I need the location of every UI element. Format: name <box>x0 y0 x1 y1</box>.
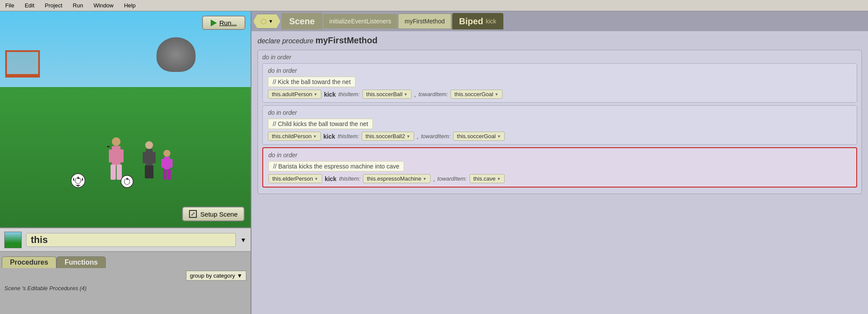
svg-rect-12 <box>152 152 156 163</box>
scene-view: Run... Setup Scene <box>0 11 251 227</box>
this-selector: this ▼ <box>0 228 251 252</box>
block-2-code-line: this.elderPerson ▼ kick thisItem: this.e… <box>268 174 851 183</box>
tab-my-first-method[interactable]: myFirstMethod <box>398 13 451 29</box>
scene-prefix: Scene <box>4 285 20 291</box>
method-name: myFirstMethod <box>315 36 377 45</box>
tab-dropdown-arrow[interactable]: ▼ <box>268 19 273 24</box>
menu-project[interactable]: Project <box>43 2 64 9</box>
svg-point-25 <box>121 175 133 188</box>
block-2-comment: // Barista kicks the espresso machine in… <box>268 161 404 172</box>
toward-item-label-1: towardItem: <box>421 133 450 139</box>
svg-rect-6 <box>107 146 110 147</box>
toward-item-label-0: towardItem: <box>418 91 448 97</box>
group-by-select[interactable]: group by category ▼ <box>186 271 246 281</box>
svg-rect-10 <box>149 165 153 178</box>
block-0-do-label: do in order <box>268 67 852 74</box>
code-area: declare procedure myFirstMethod do in or… <box>251 31 868 314</box>
run-button[interactable]: Run... <box>202 16 245 30</box>
run-label: Run... <box>219 19 237 26</box>
this-thumbnail <box>4 232 22 248</box>
setup-scene-label: Setup Scene <box>200 210 238 218</box>
svg-rect-9 <box>145 165 149 178</box>
keyword-kick-1: kick <box>323 133 335 140</box>
this-dropdown-arrow[interactable]: ▼ <box>240 236 246 243</box>
tab-shape[interactable]: ⬡ ▼ <box>253 14 281 29</box>
token-soccer-ball-2[interactable]: this.soccerBall2 ▼ <box>362 132 414 141</box>
this-item-label-0: thisItem: <box>338 91 359 97</box>
keyword-kick-0: kick <box>324 91 336 98</box>
token-elder-person[interactable]: this.elderPerson ▼ <box>268 174 322 183</box>
play-icon <box>211 19 217 26</box>
group-by-row: group by category ▼ <box>0 268 251 283</box>
editable-suffix: 's Editable Procedures (4) <box>22 285 87 291</box>
tab-init-event-listeners[interactable]: initializeEventListeners <box>323 14 397 29</box>
menu-help[interactable]: Help <box>122 2 137 9</box>
tab-scene[interactable]: Scene <box>281 13 323 29</box>
svg-rect-16 <box>167 169 171 180</box>
menu-run[interactable]: Run <box>71 2 85 9</box>
token-soccer-ball-0[interactable]: this.soccerBall ▼ <box>362 90 412 99</box>
procedures-tab[interactable]: Procedures <box>2 256 56 268</box>
left-panel: Run... Setup Scene this ▼ Procedures Fun… <box>0 11 251 314</box>
svg-rect-11 <box>143 152 146 163</box>
shape-icon: ⬡ <box>261 17 267 26</box>
code-block-0: do in order // Kick the ball toward the … <box>262 63 857 103</box>
main-layout: Run... Setup Scene this ▼ Procedures Fun… <box>0 11 868 314</box>
svg-rect-14 <box>164 157 170 170</box>
block-2-do-label: do in order <box>268 152 851 159</box>
toward-item-label-2: towardItem: <box>437 175 467 182</box>
code-block-1: do in order // Child kicks the ball towa… <box>262 105 857 145</box>
keyword-kick-2: kick <box>325 175 336 182</box>
setup-scene-button[interactable]: Setup Scene <box>182 207 245 221</box>
right-panel: ⬡ ▼ Scene initializeEventListeners myFir… <box>251 11 868 314</box>
code-block-2: do in order // Barista kicks the espress… <box>262 147 857 188</box>
svg-point-13 <box>163 150 170 157</box>
group-by-arrow: ▼ <box>237 272 242 279</box>
svg-rect-17 <box>161 159 164 168</box>
group-by-label: group by category <box>190 272 235 279</box>
block-0-comment: // Kick the ball toward the net <box>268 77 356 87</box>
token-soccer-goal-0[interactable]: this.soccerGoal ▼ <box>450 90 503 99</box>
tab-biped[interactable]: Biped kick <box>452 13 503 29</box>
svg-rect-5 <box>119 149 124 162</box>
token-soccer-goal-1[interactable]: this.soccerGoal ▼ <box>453 132 505 141</box>
outer-do-in-order: do in order do in order // Kick the ball… <box>258 50 862 194</box>
menu-bar: File Edit Project Run Window Help <box>0 0 868 11</box>
token-espresso-machine[interactable]: this.espressoMachine ▼ <box>363 174 431 183</box>
this-item-label-2: thisItem: <box>339 175 360 182</box>
svg-point-0 <box>112 137 121 146</box>
token-adult-person[interactable]: this.adultPerson ▼ <box>268 90 321 99</box>
svg-point-7 <box>145 141 153 149</box>
menu-window[interactable]: Window <box>92 2 115 9</box>
expand-icon <box>189 210 197 218</box>
this-label: this <box>26 233 236 247</box>
outer-do-label: do in order <box>262 54 857 61</box>
menu-file[interactable]: File <box>3 2 16 9</box>
svg-rect-2 <box>111 165 116 180</box>
svg-rect-18 <box>170 159 173 168</box>
svg-rect-4 <box>109 149 113 162</box>
token-child-person[interactable]: this.childPerson ▼ <box>268 132 321 141</box>
block-1-code-line: this.childPerson ▼ kick thisItem: this.s… <box>268 132 852 141</box>
token-cave[interactable]: this.cave ▼ <box>470 174 505 183</box>
svg-rect-8 <box>146 149 153 166</box>
block-1-do-label: do in order <box>268 109 852 116</box>
block-0-code-line: this.adultPerson ▼ kick thisItem: this.s… <box>268 90 852 99</box>
proc-func-tabs: Procedures Functions <box>0 252 251 268</box>
declare-line: declare procedure myFirstMethod <box>258 36 862 45</box>
tab-bar: ⬡ ▼ Scene initializeEventListeners myFir… <box>251 11 868 31</box>
bottom-controls: this ▼ Procedures Functions group by cat… <box>0 227 251 314</box>
functions-tab[interactable]: Functions <box>56 256 106 268</box>
editable-label: Scene 's Editable Procedures (4) <box>0 283 251 293</box>
block-1-comment: // Child kicks the ball toward the net <box>268 119 373 129</box>
this-item-label-1: thisItem: <box>338 133 359 139</box>
menu-edit[interactable]: Edit <box>23 2 36 9</box>
svg-rect-15 <box>163 169 166 180</box>
